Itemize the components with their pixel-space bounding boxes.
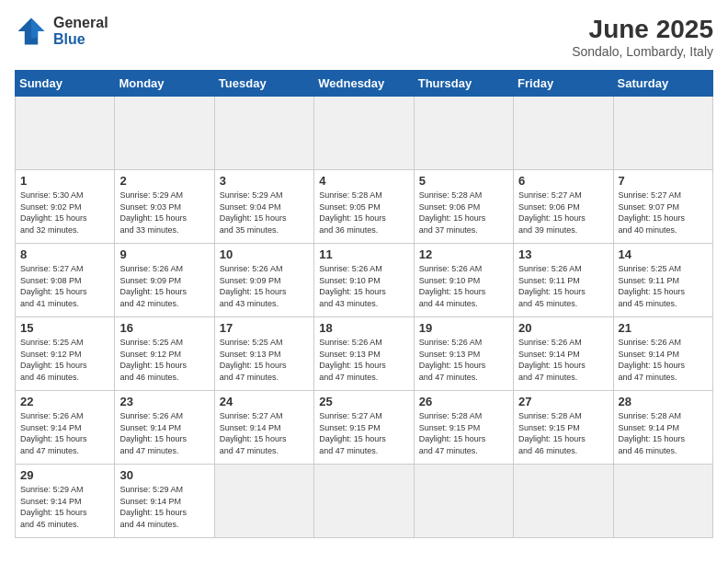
logo-general-text: General bbox=[53, 15, 108, 31]
day-number: 15 bbox=[20, 321, 109, 335]
day-cell: 5Sunrise: 5:28 AM Sunset: 9:06 PM Daylig… bbox=[414, 170, 513, 244]
day-cell bbox=[314, 465, 414, 538]
day-cell: 26Sunrise: 5:28 AM Sunset: 9:15 PM Dayli… bbox=[414, 391, 513, 465]
day-info: Sunrise: 5:26 AM Sunset: 9:10 PM Dayligh… bbox=[319, 263, 408, 309]
day-cell: 29Sunrise: 5:29 AM Sunset: 9:14 PM Dayli… bbox=[16, 465, 115, 538]
day-cell: 9Sunrise: 5:26 AM Sunset: 9:09 PM Daylig… bbox=[115, 244, 214, 317]
day-cell bbox=[613, 465, 712, 538]
day-cell bbox=[414, 465, 513, 538]
day-number: 29 bbox=[20, 468, 109, 482]
day-info: Sunrise: 5:27 AM Sunset: 9:15 PM Dayligh… bbox=[319, 410, 408, 456]
day-cell bbox=[314, 97, 414, 170]
day-number: 20 bbox=[518, 321, 608, 335]
day-number: 30 bbox=[119, 468, 209, 482]
day-number: 1 bbox=[20, 174, 109, 188]
day-cell: 12Sunrise: 5:26 AM Sunset: 9:10 PM Dayli… bbox=[414, 244, 513, 317]
day-cell bbox=[16, 97, 115, 170]
day-cell: 25Sunrise: 5:27 AM Sunset: 9:15 PM Dayli… bbox=[314, 391, 414, 465]
day-number: 14 bbox=[619, 247, 708, 261]
day-number: 11 bbox=[319, 247, 408, 261]
day-number: 21 bbox=[619, 321, 708, 335]
day-number: 25 bbox=[319, 395, 408, 408]
week-row-3: 15Sunrise: 5:25 AM Sunset: 9:12 PM Dayli… bbox=[16, 317, 713, 391]
day-cell: 15Sunrise: 5:25 AM Sunset: 9:12 PM Dayli… bbox=[16, 317, 115, 391]
day-cell: 23Sunrise: 5:26 AM Sunset: 9:14 PM Dayli… bbox=[115, 391, 214, 465]
day-info: Sunrise: 5:26 AM Sunset: 9:09 PM Dayligh… bbox=[220, 263, 309, 309]
day-cell: 16Sunrise: 5:25 AM Sunset: 9:12 PM Dayli… bbox=[115, 317, 214, 391]
day-cell: 6Sunrise: 5:27 AM Sunset: 9:06 PM Daylig… bbox=[514, 170, 613, 244]
day-cell: 7Sunrise: 5:27 AM Sunset: 9:07 PM Daylig… bbox=[613, 170, 712, 244]
day-info: Sunrise: 5:26 AM Sunset: 9:14 PM Dayligh… bbox=[119, 410, 209, 456]
day-info: Sunrise: 5:25 AM Sunset: 9:12 PM Dayligh… bbox=[20, 337, 109, 383]
day-number: 26 bbox=[419, 395, 508, 408]
day-info: Sunrise: 5:28 AM Sunset: 9:15 PM Dayligh… bbox=[419, 410, 508, 456]
day-cell: 18Sunrise: 5:26 AM Sunset: 9:13 PM Dayli… bbox=[314, 317, 414, 391]
logo-blue-text: Blue bbox=[53, 31, 108, 48]
day-cell: 30Sunrise: 5:29 AM Sunset: 9:14 PM Dayli… bbox=[115, 465, 214, 538]
day-number: 2 bbox=[119, 174, 209, 188]
header: General Blue June 2025 Sondalo, Lombardy… bbox=[15, 15, 713, 59]
day-info: Sunrise: 5:27 AM Sunset: 9:06 PM Dayligh… bbox=[518, 190, 608, 236]
day-info: Sunrise: 5:26 AM Sunset: 9:11 PM Dayligh… bbox=[518, 263, 608, 309]
day-cell bbox=[514, 97, 613, 170]
day-cell bbox=[115, 97, 214, 170]
week-row-5: 29Sunrise: 5:29 AM Sunset: 9:14 PM Dayli… bbox=[16, 465, 713, 538]
day-info: Sunrise: 5:27 AM Sunset: 9:14 PM Dayligh… bbox=[220, 410, 309, 456]
day-number: 3 bbox=[220, 174, 309, 188]
day-cell: 4Sunrise: 5:28 AM Sunset: 9:05 PM Daylig… bbox=[314, 170, 414, 244]
day-info: Sunrise: 5:28 AM Sunset: 9:05 PM Dayligh… bbox=[319, 190, 408, 236]
header-cell-wednesday: Wednesday bbox=[314, 71, 414, 97]
day-info: Sunrise: 5:26 AM Sunset: 9:09 PM Dayligh… bbox=[119, 263, 209, 309]
header-row: SundayMondayTuesdayWednesdayThursdayFrid… bbox=[16, 71, 713, 97]
day-number: 10 bbox=[220, 247, 309, 261]
day-cell bbox=[414, 97, 513, 170]
day-info: Sunrise: 5:27 AM Sunset: 9:08 PM Dayligh… bbox=[20, 263, 109, 309]
header-cell-saturday: Saturday bbox=[613, 71, 712, 97]
day-cell: 14Sunrise: 5:25 AM Sunset: 9:11 PM Dayli… bbox=[613, 244, 712, 317]
day-cell bbox=[214, 97, 313, 170]
week-row-0 bbox=[16, 97, 713, 170]
day-number: 28 bbox=[619, 395, 708, 408]
day-info: Sunrise: 5:28 AM Sunset: 9:14 PM Dayligh… bbox=[619, 410, 708, 456]
day-number: 24 bbox=[220, 395, 309, 408]
day-number: 27 bbox=[518, 395, 608, 408]
day-info: Sunrise: 5:29 AM Sunset: 9:03 PM Dayligh… bbox=[119, 190, 209, 236]
day-cell bbox=[613, 97, 712, 170]
day-cell bbox=[514, 465, 613, 538]
week-row-1: 1Sunrise: 5:30 AM Sunset: 9:02 PM Daylig… bbox=[16, 170, 713, 244]
day-cell: 17Sunrise: 5:25 AM Sunset: 9:13 PM Dayli… bbox=[214, 317, 313, 391]
day-info: Sunrise: 5:28 AM Sunset: 9:06 PM Dayligh… bbox=[419, 190, 508, 236]
day-info: Sunrise: 5:29 AM Sunset: 9:04 PM Dayligh… bbox=[220, 190, 309, 236]
logo: General Blue bbox=[15, 15, 108, 48]
day-info: Sunrise: 5:25 AM Sunset: 9:13 PM Dayligh… bbox=[220, 337, 309, 383]
day-cell: 22Sunrise: 5:26 AM Sunset: 9:14 PM Dayli… bbox=[16, 391, 115, 465]
day-info: Sunrise: 5:26 AM Sunset: 9:14 PM Dayligh… bbox=[518, 337, 608, 383]
day-cell: 2Sunrise: 5:29 AM Sunset: 9:03 PM Daylig… bbox=[115, 170, 214, 244]
day-cell: 20Sunrise: 5:26 AM Sunset: 9:14 PM Dayli… bbox=[514, 317, 613, 391]
day-number: 17 bbox=[220, 321, 309, 335]
header-cell-friday: Friday bbox=[514, 71, 613, 97]
day-cell: 13Sunrise: 5:26 AM Sunset: 9:11 PM Dayli… bbox=[514, 244, 613, 317]
day-cell: 10Sunrise: 5:26 AM Sunset: 9:09 PM Dayli… bbox=[214, 244, 313, 317]
week-row-4: 22Sunrise: 5:26 AM Sunset: 9:14 PM Dayli… bbox=[16, 391, 713, 465]
calendar-subtitle: Sondalo, Lombardy, Italy bbox=[572, 44, 713, 59]
day-number: 19 bbox=[419, 321, 508, 335]
calendar-table: SundayMondayTuesdayWednesdayThursdayFrid… bbox=[15, 70, 713, 538]
header-cell-thursday: Thursday bbox=[414, 71, 513, 97]
title-area: June 2025 Sondalo, Lombardy, Italy bbox=[572, 15, 713, 59]
day-info: Sunrise: 5:26 AM Sunset: 9:14 PM Dayligh… bbox=[20, 410, 109, 456]
day-number: 7 bbox=[619, 174, 708, 188]
day-info: Sunrise: 5:30 AM Sunset: 9:02 PM Dayligh… bbox=[20, 190, 109, 236]
header-cell-sunday: Sunday bbox=[16, 71, 115, 97]
day-cell: 24Sunrise: 5:27 AM Sunset: 9:14 PM Dayli… bbox=[214, 391, 313, 465]
week-row-2: 8Sunrise: 5:27 AM Sunset: 9:08 PM Daylig… bbox=[16, 244, 713, 317]
svg-marker-1 bbox=[31, 18, 44, 39]
day-info: Sunrise: 5:26 AM Sunset: 9:13 PM Dayligh… bbox=[419, 337, 508, 383]
logo-text: General Blue bbox=[53, 15, 108, 47]
header-cell-monday: Monday bbox=[115, 71, 214, 97]
day-cell: 8Sunrise: 5:27 AM Sunset: 9:08 PM Daylig… bbox=[16, 244, 115, 317]
day-info: Sunrise: 5:25 AM Sunset: 9:12 PM Dayligh… bbox=[119, 337, 209, 383]
day-cell: 1Sunrise: 5:30 AM Sunset: 9:02 PM Daylig… bbox=[16, 170, 115, 244]
day-info: Sunrise: 5:28 AM Sunset: 9:15 PM Dayligh… bbox=[518, 410, 608, 456]
day-info: Sunrise: 5:27 AM Sunset: 9:07 PM Dayligh… bbox=[619, 190, 708, 236]
